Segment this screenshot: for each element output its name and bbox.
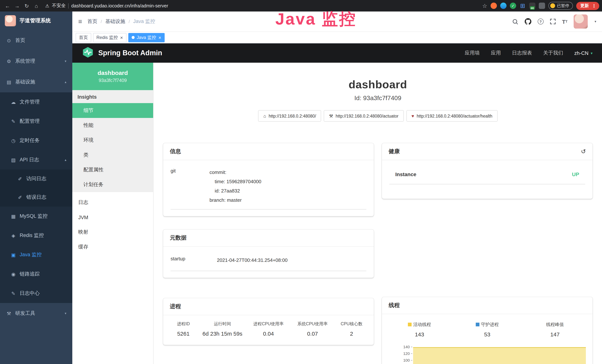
sba-item-details[interactable]: 细节: [72, 103, 153, 118]
sba-item-caches[interactable]: 缓存: [72, 240, 153, 254]
help-icon[interactable]: ?: [538, 19, 544, 24]
sidebar-item-mysql-monitor[interactable]: ▦ MySQL 监控: [0, 207, 72, 226]
history-icon[interactable]: ↺: [581, 148, 586, 155]
sidebar-item-trace[interactable]: ◉ 链路追踪: [0, 264, 72, 284]
service-url-button[interactable]: ⌂ http://192.168.0.2:48080/: [258, 110, 321, 122]
paused-badge[interactable]: 已暂停: [548, 2, 573, 10]
process-table: 进程ID 运行时间 进程CPU使用率 系统CPU使用率 CPU核心数 5261 …: [168, 315, 369, 343]
browser-home-icon[interactable]: ⌂: [32, 3, 41, 9]
screen: ← → ↻ ⌂ ⚠ 不安全 dashboard.yudao.iocoder.cn…: [0, 0, 602, 364]
sidebar-item-log-center[interactable]: ✎ 日志中心: [0, 284, 72, 303]
close-icon[interactable]: ×: [159, 35, 161, 40]
extension-icon-puzzle[interactable]: [539, 3, 545, 9]
font-size-icon[interactable]: TT: [562, 18, 568, 25]
chevron-up-icon: ▴: [65, 80, 66, 84]
extension-icon-green-check[interactable]: ✓: [510, 3, 516, 9]
breadcrumb: 首页 / 基础设施 / Java 监控: [87, 18, 155, 25]
gear-icon: ⚙: [6, 58, 12, 64]
active-dot: [131, 36, 134, 39]
breadcrumb-infra[interactable]: 基础设施: [105, 18, 125, 25]
card-title: 进程: [170, 303, 181, 310]
metadata-value: 2021-04-27T00:44:31.254+08:00: [217, 256, 366, 265]
close-icon[interactable]: ×: [120, 35, 123, 40]
cloud-icon: ☁: [10, 99, 16, 105]
git-commit-label: commit:: [210, 168, 366, 177]
url-text[interactable]: dashboard.yudao.iocoder.cn/infra/admin-s…: [71, 3, 168, 8]
sidebar-item-infra[interactable]: ▤ 基础设施 ▴: [0, 72, 72, 92]
address-bar[interactable]: ⚠ 不安全 dashboard.yudao.iocoder.cn/infra/a…: [45, 3, 168, 9]
sidebar-item-java-monitor[interactable]: ▣ Java 监控: [0, 245, 72, 264]
fullscreen-icon[interactable]: [550, 19, 556, 24]
sidebar-item-access-log[interactable]: ✐ 访问日志: [0, 170, 72, 188]
breadcrumb-current: Java 监控: [133, 18, 155, 25]
sidebar-item-file-manage[interactable]: ☁ 文件管理: [0, 92, 72, 112]
extension-icon-lion[interactable]: [491, 3, 497, 9]
avatar[interactable]: [574, 14, 588, 29]
sba-brand: Spring Boot Admin: [98, 49, 162, 57]
chevron-down-icon: ▾: [65, 59, 66, 63]
sba-nav-about[interactable]: 关于我们: [543, 50, 563, 56]
instance-id: 93a3fc7f7409: [99, 78, 127, 83]
tab-java-monitor[interactable]: Java 监控 ×: [128, 33, 165, 42]
sidebar-item-redis-monitor[interactable]: ◈ Redis 监控: [0, 226, 72, 245]
app-logo-row[interactable]: 芋道管理系统: [0, 11, 72, 30]
reload-icon[interactable]: ↻: [22, 3, 31, 9]
sidebar-item-devtools[interactable]: ⚒ 研发工具 ▾: [0, 303, 72, 324]
legend-live-threads: 活动线程 143: [386, 321, 453, 337]
eye-icon: ◉: [10, 271, 16, 277]
bookmark-star-icon[interactable]: ☆: [482, 2, 487, 9]
update-button[interactable]: 更新 ⋮: [576, 2, 599, 10]
sba-item-jvm[interactable]: JVM: [72, 210, 153, 225]
actuator-url-button[interactable]: ⚒ http://192.168.0.2:48080/actuator: [324, 110, 404, 122]
sba-nav-journal[interactable]: 日志报表: [512, 50, 532, 56]
search-icon[interactable]: [512, 18, 518, 25]
sidebar-item-api-log[interactable]: ▧ API 日志 ▴: [0, 150, 72, 170]
sidebar-item-system[interactable]: ⚙ 系统管理 ▾: [0, 51, 72, 72]
chart-y-axis: 140 120 100: [386, 343, 412, 364]
sba-nav-applications[interactable]: 应用: [491, 50, 501, 56]
threads-legend: 活动线程 143 守护进程 53 线程峰值 147: [386, 321, 589, 337]
url-divider: [68, 3, 69, 8]
info-git-row: git commit: time: 1596289704000 id: 27aa…: [171, 163, 366, 210]
sba-item-performance[interactable]: 性能: [72, 118, 153, 133]
infra-icon: ▤: [6, 79, 12, 85]
on-badge: on: [530, 6, 535, 10]
database-icon: ▦: [10, 214, 16, 219]
sba-nav-wallboard[interactable]: 应用墙: [465, 50, 480, 56]
tab-home[interactable]: 首页: [76, 33, 91, 42]
sba-item-logs[interactable]: 日志: [72, 195, 153, 210]
health-url-button[interactable]: ♥ http://192.168.0.2:48080/actuator/heal…: [406, 110, 497, 122]
sba-item-classes[interactable]: 类: [72, 148, 153, 162]
extension-icon-drop[interactable]: [500, 3, 506, 9]
hamburger-icon[interactable]: ≡: [78, 18, 82, 25]
forward-icon[interactable]: →: [13, 3, 22, 9]
github-icon[interactable]: [525, 18, 531, 25]
header-actions: ? TT ▾: [512, 14, 596, 29]
sidebar-item-scheduled-job[interactable]: ◷ 定时任务: [0, 131, 72, 150]
sidebar-item-error-log[interactable]: ✐ 错误日志: [0, 188, 72, 207]
extension-icon-on[interactable]: on: [529, 3, 536, 9]
browser-menu-icon[interactable]: ⋮: [591, 3, 597, 8]
locale-select[interactable]: zh-CN ▾: [574, 50, 592, 56]
instance-header[interactable]: dashboard 93a3fc7f7409: [72, 63, 153, 90]
sba-item-mappings[interactable]: 映射: [72, 225, 153, 240]
sba-item-config-props[interactable]: 配置属性: [72, 162, 153, 177]
sidebar-item-config-manage[interactable]: ✎ 配置管理: [0, 112, 72, 131]
card-title: 信息: [170, 148, 181, 155]
y-tick: 140: [386, 343, 412, 350]
sba-group-insights[interactable]: Insights: [72, 90, 153, 103]
annotation-overlay: Java 监控: [275, 8, 356, 30]
health-row-label: Instance: [395, 171, 416, 177]
chart-plot-area: [412, 343, 586, 364]
process-val-sys-cpu: 0.07: [290, 328, 335, 343]
back-icon[interactable]: ←: [3, 3, 12, 9]
breadcrumb-home[interactable]: 首页: [87, 18, 97, 25]
extension-icon-grid[interactable]: ⊞: [519, 3, 526, 9]
sidebar-item-home[interactable]: ⊙ 首页: [0, 30, 72, 51]
tab-redis-monitor[interactable]: Redis 监控 ×: [93, 33, 126, 42]
cards-grid: 信息 git commit: time: 1596289704000 id: 2…: [153, 143, 602, 364]
legend-peak-value: 147: [521, 331, 589, 337]
sba-item-environment[interactable]: 环境: [72, 133, 153, 148]
sba-item-scheduled-tasks[interactable]: 计划任务: [72, 177, 153, 192]
status-badge: UP: [572, 171, 579, 177]
